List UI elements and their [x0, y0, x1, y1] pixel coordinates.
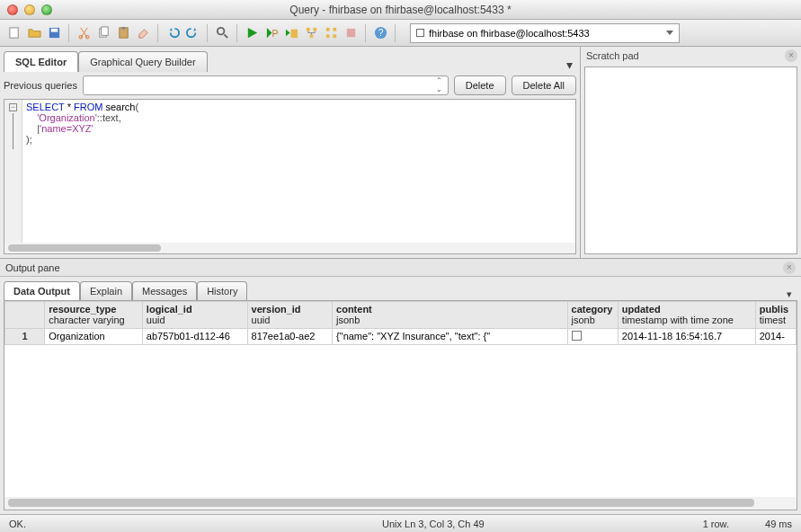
new-icon[interactable]	[5, 24, 23, 42]
tab-messages[interactable]: Messages	[132, 281, 197, 300]
explain-analyze-icon[interactable]	[322, 24, 340, 42]
execute-icon[interactable]	[243, 24, 261, 42]
status-ok: OK.	[9, 519, 382, 529]
svg-rect-18	[333, 34, 336, 38]
rownum-header[interactable]	[5, 302, 45, 329]
output-close-icon[interactable]: ×	[783, 262, 796, 274]
svg-rect-8	[121, 27, 125, 30]
svg-rect-0	[9, 28, 17, 38]
svg-rect-19	[346, 29, 354, 37]
previous-queries-label: Previous queries	[4, 80, 77, 91]
scratch-pad-header: Scratch pad ×	[581, 47, 801, 65]
toolbar: PG ? fhirbase on fhirbase@localhost:5433	[0, 20, 801, 47]
execute-file-icon[interactable]	[282, 24, 300, 42]
cell[interactable]: 817ee1a0-ae2	[247, 329, 333, 345]
editor-tabs: SQL Editor Graphical Query Builder ▾	[0, 47, 580, 72]
save-icon[interactable]	[45, 24, 63, 42]
svg-point-3	[78, 35, 82, 39]
explain-icon[interactable]	[302, 24, 320, 42]
execute-pgscript-icon[interactable]: PG	[263, 24, 280, 42]
tab-sql-editor[interactable]: SQL Editor	[4, 51, 78, 72]
col-updated[interactable]: updatedtimestamp with time zone	[618, 302, 755, 329]
svg-rect-6	[101, 27, 108, 35]
code-area[interactable]: SELECT * FROM search( 'Organization'::te…	[22, 100, 142, 253]
paste-icon[interactable]	[114, 24, 132, 42]
cut-icon[interactable]	[75, 24, 93, 42]
col-resource-type[interactable]: resource_typecharacter varying	[45, 302, 143, 329]
svg-rect-12	[306, 28, 309, 31]
svg-rect-11	[290, 30, 298, 38]
col-category[interactable]: categoryjsonb	[567, 302, 618, 329]
output-tabs: Data Output Explain Messages History ▾	[0, 277, 801, 300]
open-icon[interactable]	[25, 24, 43, 42]
output-menu-icon[interactable]: ▾	[787, 288, 792, 300]
grid-scrollbar[interactable]	[4, 497, 797, 510]
col-version-id[interactable]: version_iduuid	[247, 302, 333, 329]
svg-rect-15	[325, 28, 329, 31]
editor-scrollbar[interactable]	[4, 243, 575, 253]
tab-graphical-query-builder[interactable]: Graphical Query Builder	[78, 51, 207, 72]
window-title: Query - fhirbase on fhirbase@localhost:5…	[0, 4, 801, 16]
delete-all-button[interactable]: Delete All	[512, 75, 576, 95]
scratch-pad[interactable]	[584, 66, 797, 254]
cell[interactable]: ab757b01-d112-46	[142, 329, 247, 345]
close-icon[interactable]	[7, 4, 18, 15]
help-icon[interactable]: ?	[371, 24, 389, 42]
database-icon	[416, 29, 424, 37]
status-rows: 1 row.	[657, 519, 729, 529]
fold-icon[interactable]: −	[9, 103, 17, 111]
redo-icon[interactable]	[183, 24, 201, 42]
cancel-icon[interactable]	[342, 24, 360, 42]
status-position: Unix Ln 3, Col 3, Ch 49	[382, 519, 657, 529]
svg-rect-2	[50, 29, 58, 32]
cell[interactable]: 2014-11-18 16:54:16.7	[618, 329, 755, 345]
editor-menu-icon[interactable]: ▾	[563, 58, 576, 72]
zoom-icon[interactable]	[41, 4, 52, 15]
col-logical-id[interactable]: logical_iduuid	[142, 302, 247, 329]
database-select[interactable]: fhirbase on fhirbase@localhost:5433	[410, 23, 680, 43]
null-icon	[572, 331, 582, 341]
previous-queries-select[interactable]	[83, 75, 449, 95]
results-grid[interactable]: resource_typecharacter varying logical_i…	[4, 300, 797, 510]
svg-rect-16	[333, 28, 336, 31]
header-row: resource_typecharacter varying logical_i…	[5, 302, 797, 329]
svg-rect-13	[313, 28, 316, 31]
sql-editor[interactable]: − SELECT * FROM search( 'Organization'::…	[4, 99, 576, 254]
svg-text:?: ?	[378, 28, 383, 38]
svg-text:PG: PG	[271, 29, 279, 39]
cell[interactable]	[567, 329, 618, 345]
svg-rect-17	[325, 34, 329, 38]
cell[interactable]: {"name": "XYZ Insurance", "text": {"	[333, 329, 567, 345]
copy-icon[interactable]	[94, 24, 112, 42]
rownum-cell[interactable]: 1	[5, 329, 45, 345]
clear-icon[interactable]	[134, 24, 152, 42]
database-label: fhirbase on fhirbase@localhost:5433	[429, 28, 590, 39]
svg-point-9	[217, 28, 224, 35]
tab-data-output[interactable]: Data Output	[4, 281, 80, 300]
cell[interactable]: 2014-	[755, 329, 796, 345]
tab-history[interactable]: History	[197, 281, 247, 300]
scratch-close-icon[interactable]: ×	[785, 49, 797, 62]
status-time: 49 ms	[729, 519, 792, 529]
status-bar: OK. Unix Ln 3, Col 3, Ch 49 1 row. 49 ms	[0, 514, 801, 532]
cell[interactable]: Organization	[45, 329, 143, 345]
undo-icon[interactable]	[164, 24, 182, 42]
svg-rect-14	[309, 34, 313, 38]
delete-button[interactable]: Delete	[454, 75, 506, 95]
tab-explain[interactable]: Explain	[80, 281, 132, 300]
output-pane-header: Output pane ×	[0, 259, 801, 277]
minimize-icon[interactable]	[24, 4, 35, 15]
col-published[interactable]: publistimest	[755, 302, 796, 329]
find-icon[interactable]	[213, 24, 231, 42]
titlebar: Query - fhirbase on fhirbase@localhost:5…	[0, 0, 801, 20]
col-content[interactable]: contentjsonb	[333, 302, 567, 329]
svg-point-4	[85, 35, 89, 39]
table-row[interactable]: 1 Organization ab757b01-d112-46 817ee1a0…	[5, 329, 797, 345]
editor-gutter: −	[4, 100, 22, 253]
